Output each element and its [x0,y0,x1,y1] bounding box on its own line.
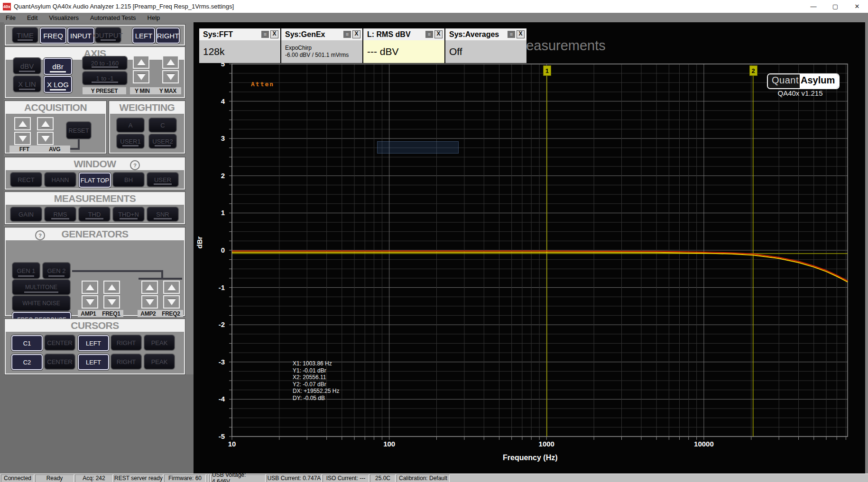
button-c2[interactable]: C2 [11,354,43,370]
button-left[interactable]: LEFT [78,354,109,370]
button-user1[interactable]: USER1 [117,134,144,148]
button-label: THD [88,211,101,218]
menu-item-edit[interactable]: Edit [21,13,43,22]
menu-item-visualizers[interactable]: Visualizers [43,13,84,22]
button-freq[interactable]: FREQ [40,27,66,44]
panel-value: Off [449,46,526,57]
menu-item-automated-tests[interactable]: Automated Tests [84,13,142,22]
button-c1[interactable]: C1 [11,335,43,351]
button-x-lin[interactable]: X LIN [13,76,41,92]
panel-menu-icon[interactable]: ≡ [261,31,269,38]
fft-stepper[interactable] [14,117,31,145]
button-dbv[interactable]: dBV [13,58,41,74]
cursor-marker-1[interactable]: 1 [543,65,551,76]
underline-indicator [19,71,35,72]
button-right[interactable]: RIGHT [111,335,141,350]
up-button[interactable] [133,55,149,69]
panel-close-icon[interactable]: X [352,30,360,38]
window-group-title: WINDOW [6,158,184,170]
freq2-up-button[interactable] [163,281,180,294]
button-flat-top[interactable]: FLAT TOP [79,173,111,188]
freq2-down-button[interactable] [163,295,180,309]
button-right[interactable]: RIGHT [156,27,180,44]
close-button[interactable]: ✕ [846,0,868,13]
panel-menu-icon[interactable]: ≡ [343,31,351,38]
amp2-down-button[interactable] [141,295,158,309]
button-hann[interactable]: HANN [45,173,76,187]
panel-close-icon[interactable]: X [434,30,443,38]
button-gen-2[interactable]: GEN 2 [43,263,70,279]
button-snr[interactable]: SNR [147,207,178,221]
spinner-y-min[interactable] [133,55,149,83]
button-c[interactable]: C [149,118,176,132]
spinner-y-max[interactable] [162,55,179,83]
button-white-noise[interactable]: WHITE NOISE [12,296,70,311]
button-rms[interactable]: RMS [45,207,76,221]
fft-avg-labels: FFTAVG [9,146,70,153]
button-20-to-160[interactable]: 20 to -160 [83,56,127,70]
button-right[interactable]: RIGHT [111,354,141,369]
fft-up-button[interactable] [14,117,31,130]
up-button[interactable] [162,55,179,69]
freq2-stepper[interactable] [163,281,180,309]
button-thd-n[interactable]: THD+N [113,207,144,221]
freq1-down-button[interactable] [103,295,120,309]
panel-value: -6.00 dBV / 501.1 mVrms [285,52,362,59]
amp2-up-button[interactable] [141,281,158,294]
panel-close-icon[interactable]: X [270,30,278,38]
freq1-up-button[interactable] [103,281,120,294]
button-center[interactable]: CENTER [45,354,75,369]
button-gain[interactable]: GAIN [10,207,42,221]
button-rect[interactable]: RECT [10,173,42,187]
button-peak[interactable]: PEAK [144,335,175,350]
button-output[interactable]: OUTPUT [95,27,121,43]
button-time[interactable]: TIME [12,27,38,43]
fft-down-button[interactable] [14,132,31,145]
button-user[interactable]: USER [147,173,178,187]
button-x-log[interactable]: X LOG [44,76,72,93]
menu-item-help[interactable]: Help [142,13,166,22]
underline-indicator [101,39,115,41]
button-label: dBr [52,63,63,71]
menu-item-file[interactable]: File [0,13,21,22]
button-peak[interactable]: PEAK [144,354,175,369]
freq1-stepper[interactable] [103,281,120,309]
button-gen-1[interactable]: GEN 1 [12,263,40,279]
button-a[interactable]: A [117,118,144,132]
panel-title: Sys:FFT [203,30,261,39]
button-label: BH [124,176,133,183]
avg-stepper[interactable] [37,117,54,145]
amp1-down-button[interactable] [82,295,98,309]
button-center[interactable]: CENTER [45,335,75,350]
dn-button[interactable] [162,70,179,83]
button-user2[interactable]: USER2 [149,134,176,148]
button-thd[interactable]: THD [79,207,110,221]
panel-close-icon[interactable]: X [517,30,525,38]
panel-header: Sys:Averages≡X [445,28,526,40]
avg-up-button[interactable] [37,117,54,130]
amp1-stepper[interactable] [82,281,98,309]
panel-menu-icon[interactable]: ≡ [425,31,433,38]
title-bar: 40x QuantAsylum QA40x Audio Analyzer 1.2… [0,0,868,13]
button-dbr[interactable]: dBr [44,58,72,75]
amp1-up-button[interactable] [82,281,98,294]
reset-button[interactable]: RESET [66,122,91,139]
underline-indicator [120,218,138,219]
dn-button[interactable] [133,70,149,83]
button-left[interactable]: LEFT [78,335,109,351]
button-bh[interactable]: BH [113,173,144,187]
generators-help-icon[interactable]: ? [35,230,45,240]
window-help-icon[interactable]: ? [130,160,140,170]
cursor-marker-2[interactable]: 2 [749,65,757,76]
button-multitone[interactable]: MULTITONE [12,280,70,295]
button-left[interactable]: LEFT [132,27,155,44]
button-1-to-1[interactable]: 1 to -1 [83,72,127,85]
panel-title: Sys:GenEx [285,30,343,39]
avg-down-button[interactable] [37,132,54,145]
x-tick-label: 1000 [539,440,554,448]
maximize-button[interactable]: ▢ [824,0,846,13]
button-input[interactable]: INPUT [67,27,94,44]
amp2-stepper[interactable] [141,281,158,309]
panel-menu-icon[interactable]: ≡ [508,31,515,38]
minimize-button[interactable]: — [803,0,824,13]
